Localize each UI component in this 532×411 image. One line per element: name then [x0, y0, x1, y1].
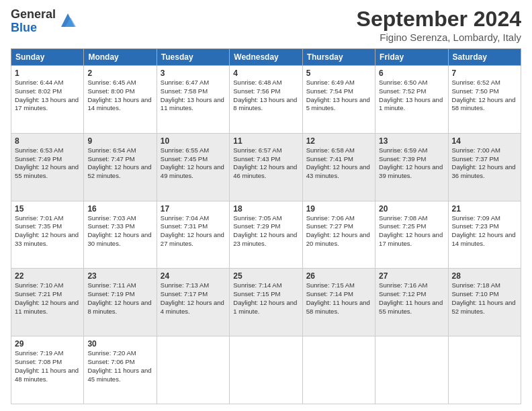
day-info: Sunrise: 6:58 AMSunset: 7:41 PMDaylight:…: [306, 146, 371, 181]
table-row: 18Sunrise: 7:05 AMSunset: 7:29 PMDayligh…: [230, 201, 302, 269]
day-info: Sunrise: 7:13 AMSunset: 7:17 PMDaylight:…: [161, 281, 226, 316]
day-info: Sunrise: 7:08 AMSunset: 7:25 PMDaylight:…: [379, 214, 444, 248]
day-info: Sunrise: 7:09 AMSunset: 7:23 PMDaylight:…: [452, 214, 517, 248]
day-info: Sunrise: 6:50 AMSunset: 7:52 PMDaylight:…: [379, 79, 444, 113]
day-info: Sunrise: 7:01 AMSunset: 7:35 PMDaylight:…: [15, 214, 80, 248]
day-number: 11: [233, 136, 298, 146]
table-row: 24Sunrise: 7:13 AMSunset: 7:17 PMDayligh…: [157, 269, 229, 336]
col-tuesday: Tuesday: [157, 49, 229, 66]
day-info: Sunrise: 7:16 AMSunset: 7:12 PMDaylight:…: [379, 281, 444, 316]
day-info: Sunrise: 6:59 AMSunset: 7:39 PMDaylight:…: [379, 146, 444, 181]
table-row: 19Sunrise: 7:06 AMSunset: 7:27 PMDayligh…: [302, 201, 375, 269]
day-number: 22: [15, 271, 80, 281]
table-row: 9Sunrise: 6:54 AMSunset: 7:47 PMDaylight…: [84, 133, 157, 201]
day-info: Sunrise: 7:05 AMSunset: 7:29 PMDaylight:…: [233, 214, 298, 248]
header-row: Sunday Monday Tuesday Wednesday Thursday…: [11, 49, 521, 66]
day-number: 5: [306, 68, 371, 78]
day-info: Sunrise: 6:48 AMSunset: 7:56 PMDaylight:…: [233, 79, 298, 113]
logo-text: General Blue: [11, 8, 56, 35]
day-number: 23: [87, 271, 152, 281]
col-saturday: Saturday: [448, 49, 521, 66]
day-number: 3: [161, 68, 226, 78]
day-number: 29: [15, 339, 80, 349]
day-number: 15: [15, 204, 80, 214]
day-info: Sunrise: 7:18 AMSunset: 7:10 PMDaylight:…: [452, 281, 517, 316]
day-number: 26: [306, 271, 371, 281]
table-row: 7Sunrise: 6:52 AMSunset: 7:50 PMDaylight…: [448, 66, 521, 134]
calendar-week-5: 29Sunrise: 7:19 AMSunset: 7:08 PMDayligh…: [11, 336, 521, 404]
day-number: 13: [379, 136, 444, 146]
calendar-week-4: 22Sunrise: 7:10 AMSunset: 7:21 PMDayligh…: [11, 269, 521, 336]
day-info: Sunrise: 7:11 AMSunset: 7:19 PMDaylight:…: [87, 281, 152, 316]
day-number: 12: [306, 136, 371, 146]
location-title: Figino Serenza, Lombardy, Italy: [357, 32, 521, 43]
table-row: 12Sunrise: 6:58 AMSunset: 7:41 PMDayligh…: [302, 133, 375, 201]
day-info: Sunrise: 6:52 AMSunset: 7:50 PMDaylight:…: [452, 79, 517, 113]
table-row: 8Sunrise: 6:53 AMSunset: 7:49 PMDaylight…: [11, 133, 84, 201]
day-number: 6: [379, 68, 444, 78]
day-info: Sunrise: 6:49 AMSunset: 7:54 PMDaylight:…: [306, 79, 371, 113]
day-number: 30: [87, 339, 152, 349]
table-row: 11Sunrise: 6:57 AMSunset: 7:43 PMDayligh…: [230, 133, 302, 201]
header: General Blue September 2024 Figino Seren…: [11, 8, 521, 43]
table-row: 20Sunrise: 7:08 AMSunset: 7:25 PMDayligh…: [375, 201, 448, 269]
table-row: 5Sunrise: 6:49 AMSunset: 7:54 PMDaylight…: [302, 66, 375, 134]
col-sunday: Sunday: [11, 49, 84, 66]
day-number: 19: [306, 204, 371, 214]
calendar-week-1: 1Sunrise: 6:44 AMSunset: 8:02 PMDaylight…: [11, 66, 521, 134]
day-number: 8: [15, 136, 80, 146]
month-title: September 2024: [357, 8, 521, 30]
day-info: Sunrise: 7:03 AMSunset: 7:33 PMDaylight:…: [87, 214, 152, 248]
day-info: Sunrise: 7:06 AMSunset: 7:27 PMDaylight:…: [306, 214, 371, 248]
table-row: 10Sunrise: 6:55 AMSunset: 7:45 PMDayligh…: [157, 133, 229, 201]
logo-area: General Blue: [11, 8, 77, 35]
day-info: Sunrise: 6:47 AMSunset: 7:58 PMDaylight:…: [161, 79, 226, 113]
day-number: 24: [161, 271, 226, 281]
day-number: 7: [452, 68, 517, 78]
day-number: 9: [87, 136, 152, 146]
day-number: 21: [452, 204, 517, 214]
day-number: 28: [452, 271, 517, 281]
table-row: [302, 336, 375, 404]
table-row: [230, 336, 302, 404]
table-row: 22Sunrise: 7:10 AMSunset: 7:21 PMDayligh…: [11, 269, 84, 336]
table-row: 4Sunrise: 6:48 AMSunset: 7:56 PMDaylight…: [230, 66, 302, 134]
col-wednesday: Wednesday: [230, 49, 302, 66]
table-row: 27Sunrise: 7:16 AMSunset: 7:12 PMDayligh…: [375, 269, 448, 336]
table-row: 26Sunrise: 7:15 AMSunset: 7:14 PMDayligh…: [302, 269, 375, 336]
day-info: Sunrise: 7:00 AMSunset: 7:37 PMDaylight:…: [452, 146, 517, 181]
day-number: 16: [87, 204, 152, 214]
day-info: Sunrise: 6:45 AMSunset: 8:00 PMDaylight:…: [87, 79, 152, 113]
table-row: 6Sunrise: 6:50 AMSunset: 7:52 PMDaylight…: [375, 66, 448, 134]
day-info: Sunrise: 7:10 AMSunset: 7:21 PMDaylight:…: [15, 281, 80, 316]
calendar-table: Sunday Monday Tuesday Wednesday Thursday…: [11, 48, 521, 404]
logo-general: General: [11, 8, 56, 21]
day-number: 4: [233, 68, 298, 78]
day-info: Sunrise: 6:55 AMSunset: 7:45 PMDaylight:…: [161, 146, 226, 181]
table-row: 13Sunrise: 6:59 AMSunset: 7:39 PMDayligh…: [375, 133, 448, 201]
day-info: Sunrise: 7:14 AMSunset: 7:15 PMDaylight:…: [233, 281, 298, 316]
table-row: [375, 336, 448, 404]
day-number: 27: [379, 271, 444, 281]
table-row: 1Sunrise: 6:44 AMSunset: 8:02 PMDaylight…: [11, 66, 84, 134]
calendar-week-2: 8Sunrise: 6:53 AMSunset: 7:49 PMDaylight…: [11, 133, 521, 201]
day-info: Sunrise: 6:53 AMSunset: 7:49 PMDaylight:…: [15, 146, 80, 181]
table-row: 3Sunrise: 6:47 AMSunset: 7:58 PMDaylight…: [157, 66, 229, 134]
day-info: Sunrise: 6:57 AMSunset: 7:43 PMDaylight:…: [233, 146, 298, 181]
table-row: 2Sunrise: 6:45 AMSunset: 8:00 PMDaylight…: [84, 66, 157, 134]
table-row: 29Sunrise: 7:19 AMSunset: 7:08 PMDayligh…: [11, 336, 84, 404]
logo-blue: Blue: [11, 21, 56, 35]
day-info: Sunrise: 7:19 AMSunset: 7:08 PMDaylight:…: [15, 349, 80, 383]
table-row: [448, 336, 521, 404]
day-info: Sunrise: 7:15 AMSunset: 7:14 PMDaylight:…: [306, 281, 371, 316]
col-monday: Monday: [84, 49, 157, 66]
day-number: 14: [452, 136, 517, 146]
table-row: 17Sunrise: 7:04 AMSunset: 7:31 PMDayligh…: [157, 201, 229, 269]
day-number: 18: [233, 204, 298, 214]
day-info: Sunrise: 6:44 AMSunset: 8:02 PMDaylight:…: [15, 79, 80, 113]
day-number: 20: [379, 204, 444, 214]
table-row: 21Sunrise: 7:09 AMSunset: 7:23 PMDayligh…: [448, 201, 521, 269]
table-row: 16Sunrise: 7:03 AMSunset: 7:33 PMDayligh…: [84, 201, 157, 269]
table-row: 14Sunrise: 7:00 AMSunset: 7:37 PMDayligh…: [448, 133, 521, 201]
day-info: Sunrise: 7:20 AMSunset: 7:06 PMDaylight:…: [87, 349, 152, 383]
